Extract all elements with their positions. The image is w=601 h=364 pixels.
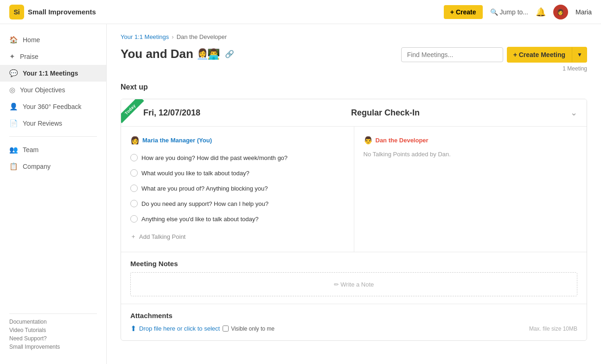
sidebar-separator [9, 136, 97, 137]
tp-edit-2[interactable]: ✏ [323, 169, 329, 177]
sidebar-item-objectives[interactable]: ◎ Your Objectives [0, 82, 106, 98]
developer-col-header[interactable]: 👨 Dan the Developer [364, 136, 578, 145]
tp-drag-4[interactable]: ⋮⋮ [332, 200, 345, 207]
sidebar-item-home[interactable]: 🏠 Home [0, 32, 106, 48]
manager-col-name: Maria the Manager (You) [142, 137, 212, 144]
create-meeting-label: + Create Meeting [507, 47, 572, 63]
tp-text-2: What would you like to talk about today? [141, 170, 320, 177]
jump-to-button[interactable]: 🔍 Jump to... [490, 8, 528, 16]
next-up-section-title: Next up [121, 83, 587, 91]
tp-drag-2[interactable]: ⋮⋮ [332, 169, 345, 177]
sidebar-nav: 🏠 Home ✦ Praise 💬 Your 1:1 Meetings ◎ Yo… [0, 32, 106, 132]
page-header: You and Dan 👩‍💼 👨‍💻 🔗 + Create Meeting ▼… [121, 47, 587, 72]
max-file-size-label: Max. file size 10MB [529, 326, 577, 332]
sidebar-item-feedback[interactable]: 👤 Your 360° Feedback [0, 98, 106, 115]
talking-point: Anything else you'd like to talk about t… [130, 211, 345, 227]
global-create-button[interactable]: + Create [444, 5, 483, 19]
today-ribbon: Today [121, 99, 149, 127]
meeting-body: 👩 Maria the Manager (You) How are you do… [121, 127, 587, 340]
tp-check-3[interactable] [130, 185, 138, 192]
sidebar-item-home-label: Home [23, 36, 40, 44]
meeting-count: 1 Meeting [563, 65, 587, 72]
team-icon: 👥 [9, 146, 18, 154]
visible-only-checkbox[interactable] [223, 326, 229, 332]
sidebar-item-praise-label: Praise [20, 53, 38, 60]
meeting-collapse-icon[interactable]: ⌄ [570, 108, 577, 118]
attachments-drop-area: ⬆ Drop file here or click to select Visi… [130, 324, 577, 333]
breadcrumb-parent-link[interactable]: Your 1:1 Meetings [121, 33, 169, 40]
tp-check-5[interactable] [130, 215, 138, 223]
sidebar-item-meetings[interactable]: 💬 Your 1:1 Meetings [0, 65, 106, 82]
permalink-icon[interactable]: 🔗 [225, 50, 234, 58]
meeting-card: Today Fri, 12/07/2018 Regular Check-In ⌄… [121, 99, 587, 341]
sidebar-group-nav: 👥 Team 📋 Company [0, 141, 106, 175]
notifications-bell-icon[interactable]: 🔔 [536, 7, 546, 17]
tp-check-2[interactable] [130, 169, 138, 177]
sidebar-item-team-label: Team [23, 146, 38, 153]
upload-icon: ⬆ [130, 324, 136, 333]
talking-point: Do you need any support? How can I help … [130, 196, 345, 211]
user-avatar[interactable]: 👩 [553, 5, 568, 19]
sidebar-footer: Documentation Video Tutorials Need Suppo… [0, 309, 106, 357]
tp-drag-3[interactable]: ⋮⋮ [332, 185, 345, 192]
tp-drag-5[interactable]: ⋮⋮ [332, 215, 345, 223]
main-content: Your 1:1 Meetings › Dan the Developer Yo… [107, 24, 601, 364]
sidebar-item-company[interactable]: 📋 Company [0, 158, 106, 175]
breadcrumb-separator: › [172, 33, 173, 40]
tp-edit-3[interactable]: ✏ [323, 185, 329, 192]
jump-label: Jump to... [500, 8, 528, 16]
add-talking-point-button[interactable]: ＋ Add Talking Point [130, 230, 345, 243]
create-meeting-dropdown-icon[interactable]: ▼ [572, 47, 587, 62]
developer-avatar-small: 👨 [364, 136, 373, 145]
talking-point: What would you like to talk about today?… [130, 166, 345, 181]
developer-talking-col: 👨 Dan the Developer No Talking Points ad… [354, 127, 587, 252]
no-talking-points-text: No Talking Points added by Dan. [364, 149, 451, 160]
user-avatar-emoji: 👩 [557, 9, 564, 15]
talking-point: How are you doing? How did the past week… [130, 150, 345, 166]
tp-edit-5[interactable]: ✏ [323, 215, 329, 223]
meeting-date: Fri, 12/07/2018 [143, 108, 200, 118]
sidebar-item-reviews[interactable]: 📄 Your Reviews [0, 115, 106, 132]
drop-file-link[interactable]: Drop file here or click to select [139, 325, 220, 332]
header-actions: + Create Meeting ▼ 1 Meeting [401, 47, 587, 72]
talking-columns: 👩 Maria the Manager (You) How are you do… [121, 127, 587, 252]
footer-link-support[interactable]: Need Support? [9, 335, 97, 342]
create-meeting-button[interactable]: + Create Meeting ▼ [507, 47, 587, 63]
sidebar-nav-container: 🏠 Home ✦ Praise 💬 Your 1:1 Meetings ◎ Yo… [0, 32, 106, 175]
find-meetings-input[interactable] [401, 47, 503, 62]
meeting-type: Regular Check-In [351, 108, 420, 118]
write-note-placeholder: ✏ Write a Note [334, 281, 374, 288]
topnav-right: + Create 🔍 Jump to... 🔔 👩 Maria [444, 5, 592, 19]
tp-check-4[interactable] [130, 200, 138, 207]
app-name: Small Improvements [28, 8, 96, 16]
visible-only-toggle: Visible only to me [223, 326, 275, 332]
meeting-notes-editor[interactable]: ✏ Write a Note [130, 272, 577, 296]
meeting-notes-title: Meeting Notes [130, 260, 577, 268]
manager-talking-col: 👩 Maria the Manager (You) How are you do… [121, 127, 354, 252]
sidebar-item-team[interactable]: 👥 Team [0, 141, 106, 158]
drop-file-area: ⬆ Drop file here or click to select Visi… [130, 324, 275, 333]
home-icon: 🏠 [9, 36, 18, 44]
main-layout: 🏠 Home ✦ Praise 💬 Your 1:1 Meetings ◎ Yo… [0, 24, 601, 364]
tp-drag-1[interactable]: ⋮⋮ [332, 154, 345, 161]
sidebar-item-praise[interactable]: ✦ Praise [0, 48, 106, 65]
praise-icon: ✦ [9, 52, 15, 61]
tp-edit-4[interactable]: ✏ [323, 200, 329, 207]
tp-edit-1[interactable]: ✏ [323, 154, 329, 161]
page-title-area: You and Dan 👩‍💼 👨‍💻 🔗 [121, 47, 234, 61]
topnav: Si Small Improvements + Create 🔍 Jump to… [0, 0, 601, 24]
tp-check-1[interactable] [130, 154, 138, 161]
tp-text-5: Anything else you'd like to talk about t… [141, 216, 320, 223]
page-title: You and Dan [121, 47, 193, 61]
footer-link-videos[interactable]: Video Tutorials [9, 327, 97, 333]
manager-avatar-small: 👩 [130, 136, 140, 145]
add-point-label: Add Talking Point [139, 233, 185, 240]
sidebar-item-meetings-label: Your 1:1 Meetings [23, 70, 78, 77]
user-name: Maria [575, 8, 592, 16]
footer-link-brand[interactable]: Small Improvements [9, 344, 97, 350]
footer-link-docs[interactable]: Documentation [9, 319, 97, 325]
today-badge: Today [121, 99, 144, 123]
sidebar-item-feedback-label: Your 360° Feedback [23, 103, 82, 110]
manager-col-header[interactable]: 👩 Maria the Manager (You) [130, 136, 345, 145]
search-icon: 🔍 [490, 8, 498, 16]
